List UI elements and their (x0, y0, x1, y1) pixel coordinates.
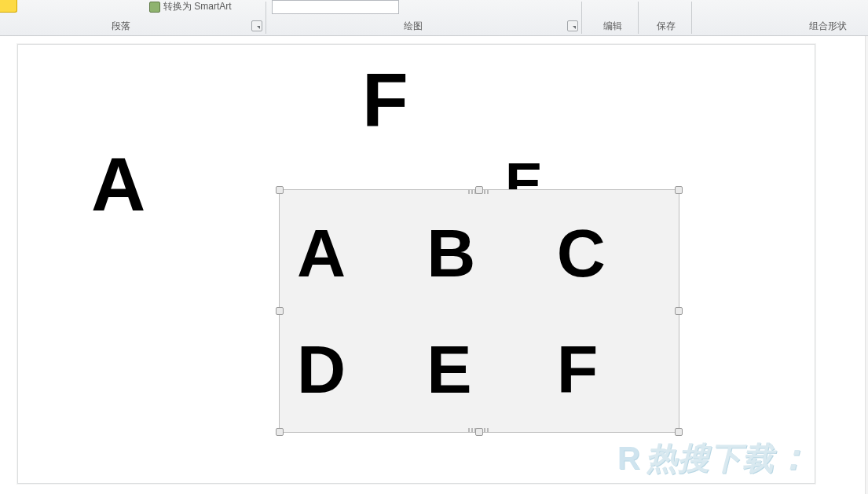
watermark: R热搜下载： (617, 433, 811, 481)
resize-handle-l[interactable] (276, 307, 284, 315)
table-cell[interactable]: F (546, 313, 672, 426)
resize-handle-bl[interactable] (276, 428, 284, 436)
watermark-punct: ： (775, 436, 811, 477)
table-cell[interactable]: E (416, 313, 542, 426)
slide[interactable]: A F E A B C D E F R热搜下载： (17, 44, 815, 484)
baidu-netdisk-label: 百度网盘 (644, 0, 682, 2)
group-drawing: 绘图 (404, 20, 423, 33)
group-paragraph: 段落 (112, 20, 130, 33)
table-cell[interactable]: B (416, 196, 542, 309)
ribbon-separator-2 (581, 2, 582, 34)
shapes-gallery[interactable] (272, 0, 399, 14)
ribbon-file-tab-edge[interactable] (0, 0, 17, 13)
watermark-R: R (617, 441, 641, 475)
convert-to-smartart-label: 转换为 SmartArt (163, 0, 232, 13)
textbox-A[interactable]: A (91, 147, 145, 222)
ribbon-separator-4 (691, 2, 692, 34)
resize-handle-tr[interactable] (675, 186, 683, 194)
group-combine-shapes: 组合形状 (809, 20, 847, 33)
ribbon-separator-1 (266, 2, 266, 34)
group-editing: 编辑 (603, 20, 622, 33)
textbox-F[interactable]: F (362, 62, 408, 137)
paragraph-dialog-launcher[interactable] (251, 20, 262, 31)
ribbon: 转换为 SmartArt 百度网盘 段落 绘图 编辑 保存 组合形状 (0, 0, 868, 36)
convert-to-smartart-button[interactable]: 转换为 SmartArt (149, 0, 232, 13)
resize-handle-r[interactable] (675, 307, 683, 315)
group-save: 保存 (657, 20, 676, 33)
table-selection-frame[interactable]: A B C D E F (279, 189, 679, 433)
drawing-dialog-launcher[interactable] (567, 20, 578, 31)
resize-handle-b[interactable] (475, 428, 483, 436)
table-cell[interactable]: C (546, 196, 672, 309)
resize-handle-t[interactable] (475, 186, 483, 194)
vertical-scrollbar[interactable] (865, 36, 868, 494)
watermark-text: 热搜下载 (646, 441, 775, 475)
resize-handle-tl[interactable] (276, 186, 284, 194)
smartart-icon (149, 2, 160, 13)
ribbon-separator-3 (638, 2, 639, 34)
editor-canvas[interactable]: A F E A B C D E F R热搜下载： (0, 36, 868, 494)
table-grid: A B C D E F (286, 196, 672, 426)
table-cell[interactable]: D (286, 313, 412, 426)
table-cell[interactable]: A (286, 196, 412, 309)
